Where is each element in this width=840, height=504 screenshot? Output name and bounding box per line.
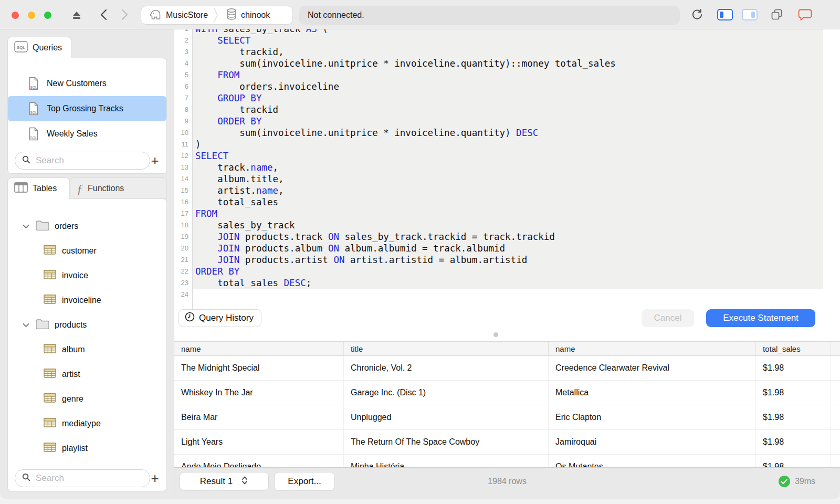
column-header-title[interactable]: title	[344, 342, 549, 355]
code-line-23[interactable]: 23 total_sales DESC;	[174, 277, 840, 289]
tables-search-input[interactable]: Search	[15, 469, 150, 487]
code-line-4[interactable]: 4 sum(invoiceline.unitprice * invoicelin…	[174, 58, 840, 69]
code-line-6[interactable]: 6 orders.invoiceline	[174, 81, 840, 92]
sql-editor[interactable]: 1WITH sales_by_track AS (2 SELECT3 track…	[174, 29, 840, 328]
zoom-button[interactable]	[44, 12, 51, 19]
add-query-button[interactable]: +	[148, 152, 162, 170]
queries-list: SQLNew Customers SQLTop Grossing Tracks …	[8, 58, 166, 146]
tree-label: artist	[62, 370, 80, 379]
table-item-album[interactable]: album	[8, 337, 166, 362]
table-cell[interactable]: Minha História	[344, 455, 549, 467]
code-line-7[interactable]: 7 GROUP BY	[174, 92, 840, 104]
table-cell[interactable]: $1.98	[756, 405, 831, 429]
tab-tables[interactable]: Tables	[7, 177, 70, 199]
cancel-button[interactable]: Cancel	[642, 309, 694, 327]
code-line-20[interactable]: 20 JOIN products.album ON album.albumid …	[174, 243, 840, 254]
toggle-left-sidebar-icon[interactable]	[716, 0, 734, 29]
code-line-8[interactable]: 8 trackid	[174, 104, 840, 116]
table-item-mediatype[interactable]: mediatype	[8, 411, 166, 436]
code-line-1[interactable]: 1WITH sales_by_track AS (	[174, 29, 840, 35]
forward-button[interactable]	[118, 0, 131, 29]
code-line-5[interactable]: 5 FROM	[174, 69, 840, 81]
resize-handle[interactable]	[494, 332, 498, 337]
table-item-genre[interactable]: genre	[8, 386, 166, 411]
table-cell[interactable]: Jamiroquai	[549, 430, 756, 454]
table-cell[interactable]: Ando Meio Desligado	[174, 455, 344, 467]
query-history-button[interactable]: Query History	[178, 309, 261, 327]
table-row[interactable]: Beira MarUnpluggedEric Clapton$1.98	[174, 405, 840, 430]
table-item-invoiceline[interactable]: invoiceline	[8, 288, 166, 312]
line-number: 7	[174, 94, 188, 102]
table-cell[interactable]: Creedence Clearwater Revival	[549, 356, 756, 380]
table-cell[interactable]: The Midnight Special	[174, 356, 344, 380]
breadcrumb-server[interactable]: MusicStore	[141, 8, 213, 23]
code-line-24[interactable]: 24	[174, 289, 840, 300]
table-cell[interactable]: Light Years	[174, 430, 344, 454]
line-number: 4	[174, 59, 188, 67]
code-line-18[interactable]: 18 sales_by_track	[174, 219, 840, 231]
folder-item-orders[interactable]: orders	[8, 214, 166, 238]
table-row[interactable]: Light YearsThe Return Of The Space Cowbo…	[174, 430, 840, 455]
add-table-button[interactable]: +	[148, 469, 162, 487]
connection-status-field[interactable]: Not connected.	[299, 6, 680, 25]
line-number: 2	[174, 36, 188, 44]
table-item-invoice[interactable]: invoice	[8, 263, 166, 288]
table-cell[interactable]: Whiskey In The Jar	[174, 381, 344, 405]
code-line-14[interactable]: 14 album.title,	[174, 173, 840, 185]
table-item-customer[interactable]: customer	[8, 238, 166, 263]
eject-icon[interactable]	[70, 0, 83, 29]
table-cell[interactable]: $1.98	[756, 455, 831, 467]
table-row[interactable]: Whiskey In The JarGarage Inc. (Disc 1)Me…	[174, 381, 840, 405]
tab-queries[interactable]: SQL Queries	[7, 37, 71, 58]
line-number: 14	[174, 175, 188, 183]
column-header-name[interactable]: name	[549, 342, 756, 355]
code-line-15[interactable]: 15 artist.name,	[174, 185, 840, 196]
table-cell[interactable]: $1.98	[756, 430, 831, 454]
code-line-22[interactable]: 22ORDER BY	[174, 266, 840, 277]
query-item-new-customers[interactable]: SQLNew Customers	[8, 71, 166, 96]
table-cell[interactable]: $1.98	[756, 381, 831, 405]
back-button[interactable]	[97, 0, 110, 29]
code-line-17[interactable]: 17FROM	[174, 208, 840, 219]
code-line-3[interactable]: 3 trackid,	[174, 46, 840, 58]
code-line-21[interactable]: 21 JOIN products.artist ON artist.artist…	[174, 254, 840, 266]
code-line-11[interactable]: 11)	[174, 139, 840, 150]
code-line-2[interactable]: 2 SELECT	[174, 35, 840, 46]
code-line-13[interactable]: 13 track.name,	[174, 162, 840, 173]
table-row[interactable]: Ando Meio DesligadoMinha HistóriaOs Muta…	[174, 455, 840, 467]
queries-panel: SQLNew Customers SQLTop Grossing Tracks …	[7, 58, 167, 174]
code-line-16[interactable]: 16 total_sales	[174, 196, 840, 208]
table-cell[interactable]: Eric Clapton	[549, 405, 756, 429]
tab-functions[interactable]: ƒ Functions	[70, 177, 167, 199]
table-cell[interactable]: The Return Of The Space Cowboy	[344, 430, 549, 454]
code-line-10[interactable]: 10 sum(invoiceline.unitprice * invoiceli…	[174, 127, 840, 139]
chat-bubble-icon[interactable]	[797, 0, 814, 29]
toggle-right-sidebar-icon[interactable]	[741, 0, 759, 29]
table-row[interactable]: The Midnight SpecialChronicle, Vol. 2Cre…	[174, 356, 840, 381]
code-line-9[interactable]: 9 ORDER BY	[174, 116, 840, 127]
windows-icon[interactable]	[769, 0, 785, 29]
line-number: 6	[174, 82, 188, 90]
queries-search-input[interactable]: Search	[15, 152, 150, 170]
column-header-name[interactable]: name	[174, 342, 344, 355]
close-button[interactable]	[12, 12, 19, 19]
execute-statement-button[interactable]: Execute Statement	[706, 309, 815, 327]
table-item-artist[interactable]: artist	[8, 362, 166, 386]
table-cell[interactable]: Chronicle, Vol. 2	[344, 356, 549, 380]
code-line-12[interactable]: 12SELECT	[174, 150, 840, 162]
table-cell[interactable]: Os Mutantes	[549, 455, 756, 467]
table-cell[interactable]: Metallica	[549, 381, 756, 405]
breadcrumb-database[interactable]: chinook	[218, 8, 275, 23]
query-item-top-grossing-tracks[interactable]: SQLTop Grossing Tracks	[8, 96, 166, 121]
minimize-button[interactable]	[28, 12, 35, 19]
table-cell[interactable]: Beira Mar	[174, 405, 344, 429]
table-cell[interactable]: $1.98	[756, 356, 831, 380]
query-item-weekly-sales[interactable]: SQLWeekly Sales	[8, 121, 166, 146]
table-cell[interactable]: Garage Inc. (Disc 1)	[344, 381, 549, 405]
folder-item-products[interactable]: products	[8, 312, 166, 337]
code-line-19[interactable]: 19 JOIN products.track ON sales_by_track…	[174, 231, 840, 243]
table-item-playlist[interactable]: playlist	[8, 436, 166, 460]
table-cell[interactable]: Unplugged	[344, 405, 549, 429]
refresh-icon[interactable]	[690, 0, 705, 29]
column-header-total_sales[interactable]: total_sales	[756, 342, 831, 355]
